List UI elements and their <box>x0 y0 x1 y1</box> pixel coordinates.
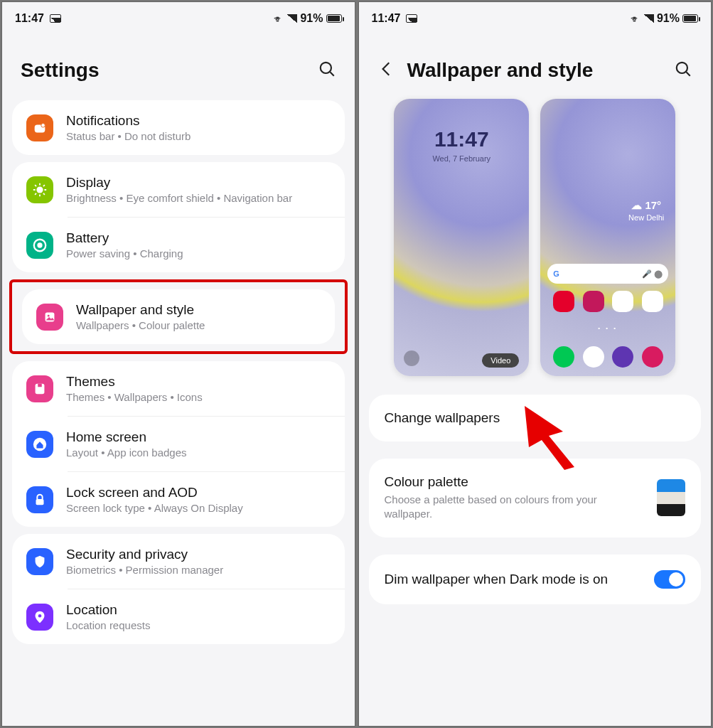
home-icon <box>26 431 53 458</box>
settings-item-location[interactable]: LocationLocation requests <box>12 589 345 644</box>
display-icon <box>26 176 53 203</box>
gallery-icon <box>406 14 417 23</box>
app-icon <box>553 291 574 312</box>
signal-icon <box>287 14 297 23</box>
settings-item-title: Display <box>66 175 331 191</box>
settings-item-subtitle: Wallpapers • Colour palette <box>76 319 321 331</box>
signal-icon <box>644 14 654 23</box>
battery-icon <box>26 232 53 259</box>
homescreen-preview[interactable]: ☁ 17° New Delhi G🎤 ⬤ • • • <box>540 99 675 376</box>
weather-widget: ☁ 17° New Delhi <box>628 198 664 223</box>
page-indicator-icon: • • • <box>540 325 675 331</box>
themes-icon <box>26 375 53 402</box>
settings-item-title: Themes <box>66 374 331 390</box>
status-time: 11:47 <box>15 12 44 25</box>
settings-group: DisplayBrightness • Eye comfort shield •… <box>12 162 345 272</box>
app-row <box>549 291 667 312</box>
google-search-bar: G🎤 ⬤ <box>547 264 668 284</box>
settings-screen: 11:47 ᯤ 91% Settings NotificationsStatus… <box>1 1 355 727</box>
camera-app-icon <box>642 346 663 368</box>
settings-item-subtitle: Screen lock type • Always On Display <box>66 502 331 514</box>
settings-item-subtitle: Biometrics • Permission manager <box>66 564 331 576</box>
svg-point-3 <box>41 123 45 127</box>
page-title: Wallpaper and style <box>407 59 663 82</box>
app-icon <box>642 291 663 312</box>
notifications-icon <box>26 114 53 141</box>
wifi-icon: ᯤ <box>274 13 284 25</box>
status-bar: 11:47 ᯤ 91% <box>2 2 355 35</box>
battery-percent: 91% <box>300 12 323 25</box>
settings-item-subtitle: Themes • Wallpapers • Icons <box>66 391 331 403</box>
settings-item-subtitle: Layout • App icon badges <box>66 446 331 459</box>
shield-icon <box>26 548 53 575</box>
dock-row <box>549 346 667 368</box>
svg-rect-20 <box>36 499 44 505</box>
svg-line-10 <box>43 193 45 194</box>
messages-app-icon <box>583 346 604 368</box>
settings-item-shield[interactable]: Security and privacyBiometrics • Permiss… <box>12 534 345 589</box>
svg-point-4 <box>36 186 43 193</box>
settings-group: ThemesThemes • Wallpapers • IconsHome sc… <box>12 361 345 527</box>
settings-item-display[interactable]: DisplayBrightness • Eye comfort shield •… <box>12 162 345 217</box>
lock-icon <box>26 486 53 513</box>
back-icon[interactable] <box>377 60 396 81</box>
svg-line-12 <box>43 185 45 186</box>
settings-item-themes[interactable]: ThemesThemes • Wallpapers • Icons <box>12 361 345 416</box>
svg-point-16 <box>48 314 50 316</box>
svg-point-0 <box>320 63 331 73</box>
browser-app-icon <box>612 346 633 368</box>
svg-line-23 <box>686 72 690 75</box>
phone-app-icon <box>553 346 574 368</box>
settings-item-subtitle: Brightness • Eye comfort shield • Naviga… <box>66 192 331 204</box>
search-icon[interactable] <box>318 60 336 81</box>
wallpaper-header: Wallpaper and style <box>359 35 712 93</box>
settings-item-subtitle: Location requests <box>66 619 331 631</box>
settings-item-title: Battery <box>66 230 331 246</box>
app-icon <box>583 291 604 312</box>
battery-icon <box>326 14 342 23</box>
lockscreen-shortcut-icon <box>404 350 419 366</box>
wallpaper-style-screen: 11:47 ᯤ 91% Wallpaper and style 11:47 We… <box>358 1 712 727</box>
video-badge: Video <box>482 353 519 368</box>
settings-header: Settings <box>2 35 355 93</box>
settings-item-subtitle: Power saving • Charging <box>66 247 331 259</box>
app-icon <box>612 291 633 312</box>
settings-item-battery[interactable]: BatteryPower saving • Charging <box>12 218 345 272</box>
settings-item-home[interactable]: Home screenLayout • App icon badges <box>12 417 345 471</box>
settings-item-title: Home screen <box>66 429 331 445</box>
settings-item-notifications[interactable]: NotificationsStatus bar • Do not disturb <box>12 100 345 155</box>
battery-icon <box>682 14 698 23</box>
option-title: Dim wallpaper when Dark mode is on <box>385 572 643 587</box>
settings-item-wallpaper[interactable]: Wallpaper and styleWallpapers • Colour p… <box>22 289 335 344</box>
settings-item-title: Lock screen and AOD <box>66 485 331 500</box>
settings-item-title: Notifications <box>66 113 331 129</box>
settings-group: NotificationsStatus bar • Do not disturb <box>12 100 345 155</box>
settings-group: Wallpaper and styleWallpapers • Colour p… <box>22 289 335 344</box>
lockscreen-date: Wed, 7 February <box>394 154 529 163</box>
svg-line-9 <box>35 185 36 186</box>
settings-group: Security and privacyBiometrics • Permiss… <box>12 534 345 644</box>
status-time: 11:47 <box>372 12 401 25</box>
colour-palette-option[interactable]: Colour palette Choose a palette based on… <box>369 459 702 537</box>
wifi-icon: ᯤ <box>631 13 641 25</box>
settings-item-subtitle: Status bar • Do not disturb <box>66 130 331 142</box>
svg-point-21 <box>38 614 42 617</box>
battery-percent: 91% <box>657 12 680 25</box>
svg-line-11 <box>35 193 36 194</box>
settings-item-title: Wallpaper and style <box>76 302 321 318</box>
lockscreen-time: 11:47 <box>394 127 529 151</box>
svg-point-14 <box>37 242 42 247</box>
change-wallpapers-option[interactable]: Change wallpapers <box>369 395 702 441</box>
settings-item-lock[interactable]: Lock screen and AODScreen lock type • Al… <box>12 472 345 527</box>
svg-line-1 <box>330 72 333 75</box>
dim-wallpaper-option[interactable]: Dim wallpaper when Dark mode is on <box>369 555 702 604</box>
dim-toggle[interactable] <box>654 570 685 589</box>
search-icon[interactable] <box>674 60 692 81</box>
palette-swatch-icon <box>657 479 685 516</box>
svg-rect-18 <box>38 383 42 387</box>
lockscreen-preview[interactable]: 11:47 Wed, 7 February Video <box>394 99 529 376</box>
svg-point-22 <box>677 63 687 73</box>
option-title: Change wallpapers <box>385 410 686 426</box>
wallpaper-icon <box>36 304 63 331</box>
settings-list: NotificationsStatus bar • Do not disturb… <box>2 93 355 651</box>
